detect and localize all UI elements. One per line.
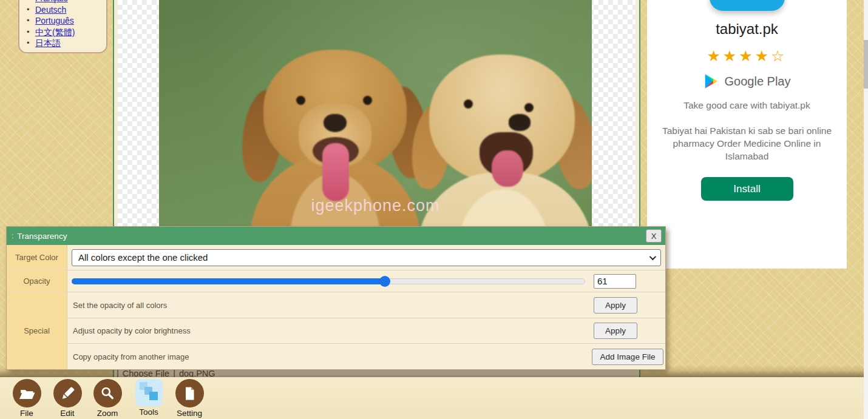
dialog-handle-icon: :	[12, 232, 13, 240]
install-button[interactable]: Install	[701, 177, 793, 201]
special-row-set-opacity: Set the opacity of all colors Apply	[67, 292, 665, 318]
ad-description: Tabiyat hai Pakistan ki sab se bari onli…	[656, 124, 839, 163]
special-row-text: Copy opacity from another image	[67, 352, 189, 361]
language-item: •中文(繁體)	[35, 27, 100, 38]
toolbar-item-edit[interactable]: Edit	[48, 379, 87, 418]
tools-icon	[135, 379, 163, 406]
star-empty-icon: ☆	[771, 47, 787, 64]
language-link-francais[interactable]: Français	[35, 0, 68, 3]
toolbar-item-tools[interactable]: Tools	[129, 379, 168, 417]
ad-app-name[interactable]: tabiyat.pk	[716, 21, 778, 38]
toolbar-label: Edit	[60, 409, 74, 418]
toolbar-label: File	[20, 409, 33, 418]
toolbar-label: Zoom	[97, 409, 118, 418]
apply-set-opacity-button[interactable]: Apply	[594, 297, 637, 313]
special-row-copy-opacity: Copy opacity from another image Add Imag…	[67, 344, 665, 369]
stars-filled-icon: ★★★★	[707, 47, 771, 64]
dialog-title: Transparency	[17, 232, 67, 241]
toolbar-item-file[interactable]: File	[7, 379, 46, 418]
dialog-titlebar[interactable]: : Transparency X	[7, 227, 665, 245]
document-icon	[175, 379, 204, 407]
toolbar-label: Tools	[139, 407, 158, 417]
target-color-label: Target Color	[7, 245, 67, 270]
language-menu: •Français •Deutsch •Português •中文(繁體) •日…	[18, 0, 107, 53]
apply-brightness-button[interactable]: Apply	[594, 323, 637, 339]
opacity-slider[interactable]	[72, 276, 585, 287]
close-button[interactable]: X	[646, 229, 662, 243]
app-icon[interactable]	[710, 0, 785, 11]
target-color-select[interactable]: All colors except the one clicked	[72, 249, 661, 266]
language-link-japanese[interactable]: 日本語	[35, 38, 61, 48]
watermark-text: igeekphone.com	[311, 196, 439, 215]
language-link-chinese[interactable]: 中文(繁體)	[35, 27, 75, 37]
rating-stars: ★★★★☆	[707, 49, 787, 64]
pencil-icon	[53, 379, 82, 407]
language-link-portugues[interactable]: Português	[35, 16, 74, 25]
transparency-dialog: : Transparency X Target Color All colors…	[6, 226, 666, 370]
add-image-file-button[interactable]: Add Image File	[592, 349, 663, 365]
google-play-row[interactable]: Google Play	[704, 73, 791, 89]
scrollbar-track[interactable]	[864, 0, 868, 419]
toolbar-item-zoom[interactable]: Zoom	[88, 379, 127, 418]
language-item: •日本語	[35, 38, 100, 49]
ad-panel: tabiyat.pk ★★★★☆ Google Play Take good c…	[647, 0, 847, 269]
target-color-cell: All colors except the one clicked	[67, 245, 665, 270]
opacity-cell	[67, 270, 665, 292]
language-item: •Português	[35, 15, 100, 27]
special-row-text: Set the opacity of all colors	[67, 301, 167, 310]
opacity-label: Opacity	[7, 270, 67, 292]
special-row-adjust-brightness: Adjust opacity by color brightness Apply	[67, 318, 665, 344]
chevron-down-icon	[649, 253, 656, 260]
ad-tagline: Take good care with tabiyat.pk	[683, 100, 810, 111]
opacity-value-input[interactable]	[594, 274, 636, 289]
toolbar-item-setting[interactable]: Setting	[170, 379, 209, 418]
scrollbar-thumb[interactable]	[864, 40, 868, 89]
special-row-text: Adjust opacity by color brightness	[67, 326, 191, 335]
folder-icon	[13, 379, 41, 407]
google-play-icon	[704, 73, 719, 89]
toolbar-label: Setting	[177, 409, 202, 418]
language-item: •Deutsch	[35, 4, 100, 16]
language-link-deutsch[interactable]: Deutsch	[35, 5, 66, 15]
magnifier-icon	[93, 379, 122, 407]
target-color-selected-value: All colors except the one clicked	[78, 252, 208, 263]
slider-thumb[interactable]	[379, 276, 390, 287]
google-play-label: Google Play	[725, 75, 791, 89]
slider-fill	[72, 278, 385, 284]
bottom-toolbar: File Edit Zoom Tools	[0, 377, 864, 419]
special-label: Special	[7, 292, 67, 369]
